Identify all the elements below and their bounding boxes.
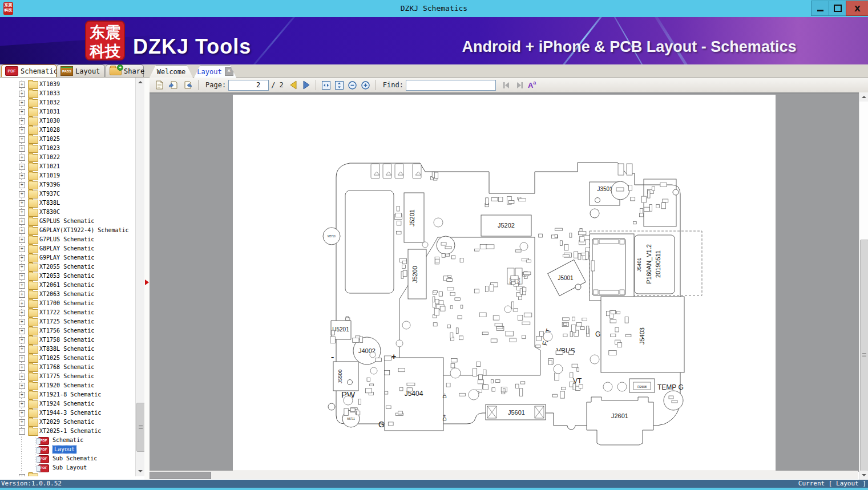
next-page-button[interactable] <box>300 79 312 91</box>
tree-expand-icon[interactable]: + <box>19 209 25 216</box>
tree-folder-label[interactable]: XT1033 <box>39 90 60 98</box>
tree-folder-label[interactable]: XT2055 Schematic <box>39 263 94 271</box>
tree-expand-icon[interactable]: + <box>19 182 25 188</box>
tree-folder-row[interactable]: +XT2053 Schematic <box>0 272 135 281</box>
tree-document-row[interactable]: PDFSub Layout <box>0 463 135 472</box>
tree-folder-row[interactable]: +G8PLAY Schematic <box>0 244 135 253</box>
tree-folder-label[interactable]: XT1920 Schematic <box>39 382 94 390</box>
tree-folder-label[interactable]: XT2053 Schematic <box>39 272 94 280</box>
tree-folder-label[interactable]: G9PLAY Schematic <box>39 254 94 262</box>
splitter-collapse-icon[interactable] <box>145 280 149 285</box>
tree-expand-icon[interactable]: + <box>19 164 25 170</box>
tree-expand-icon[interactable]: - <box>19 428 25 435</box>
tree-folder-label[interactable]: XT1944-3 Schematic <box>39 409 101 417</box>
tree-expand-icon[interactable]: + <box>19 200 25 206</box>
tree-expand-icon[interactable]: + <box>19 145 25 152</box>
tree-expand-icon[interactable]: + <box>19 191 25 197</box>
tree-folder-row[interactable]: +XT2029 Schematic <box>0 418 135 427</box>
tree-expand-icon[interactable]: + <box>19 255 25 261</box>
tree-folder-label[interactable]: XT1921-8 Schematic <box>39 391 101 399</box>
tree-expand-icon[interactable]: + <box>19 173 25 179</box>
tree-folder-row[interactable]: +XT838L <box>0 199 135 208</box>
tree-folder-row[interactable]: +XT1033 <box>0 89 135 98</box>
next-view-button[interactable] <box>181 79 194 91</box>
tree-expand-icon[interactable]: + <box>19 337 25 343</box>
tree-folder-row[interactable]: +XT1924 Schematic <box>0 399 135 408</box>
tree-folder-label[interactable]: XT2029 Schematic <box>39 418 94 426</box>
tree-folder-label[interactable]: XT937C <box>39 190 60 198</box>
tree-scroll-up-icon[interactable] <box>136 78 144 87</box>
tree-folder-label[interactable]: XT1768 Schematic <box>39 363 94 371</box>
fit-page-button[interactable] <box>333 79 345 91</box>
tree-folder-label[interactable]: XT838L <box>39 199 60 207</box>
tree-expand-icon[interactable]: + <box>19 346 25 353</box>
tree-folder-label[interactable]: G6PLAY(XT1922-4) Schematic <box>39 226 129 234</box>
tree-expand-icon[interactable]: + <box>19 310 25 316</box>
tree-expand-icon[interactable]: + <box>19 383 25 389</box>
tree-expand-icon[interactable]: + <box>19 82 25 88</box>
tree-folder-label[interactable]: G5PLUS Schematic <box>39 217 94 225</box>
doc-tab-layout[interactable]: Layout× <box>194 65 236 78</box>
tree-folder-row[interactable]: +XT1725 Schematic <box>0 317 135 326</box>
tree-folder-row[interactable]: +XT1019 <box>0 171 135 180</box>
viewer-hscrollbar[interactable] <box>150 471 858 479</box>
tree-folder-label[interactable]: XT1032 <box>39 99 60 107</box>
tree-folder-row[interactable]: +XT2055 Schematic <box>0 262 135 272</box>
tree-folder-row[interactable]: +XT1700 Schematic <box>0 299 135 308</box>
tree-folder-label[interactable]: XT830C <box>39 208 60 216</box>
tab-share[interactable]: Share <box>106 64 144 77</box>
tree-expand-icon[interactable]: + <box>19 328 25 334</box>
tree-folder-row[interactable]: +XT1768 Schematic <box>0 363 135 372</box>
match-case-icon[interactable]: Aa <box>527 79 537 91</box>
viewer-vscrollbar[interactable] <box>859 92 868 480</box>
tree-folder-row[interactable]: +XT1025 Schematic <box>0 354 135 363</box>
tree-folder-label[interactable]: XT1700 Schematic <box>39 299 94 307</box>
tree-folder-row[interactable]: +XT1023 <box>0 144 135 153</box>
close-button[interactable]: X <box>846 1 868 16</box>
tree-folder-label[interactable]: XT1725 Schematic <box>39 318 94 326</box>
tree-folder-label[interactable]: XT838L Schematic <box>39 345 94 353</box>
tree-folder-row[interactable]: +XT1944-3 Schematic <box>0 408 135 418</box>
tree-document-label[interactable]: Sub Schematic <box>53 455 97 463</box>
tree-expand-icon[interactable]: + <box>19 218 25 225</box>
tree-document-row[interactable]: PDFSchematic <box>0 436 135 445</box>
tree-folder-row[interactable]: +XT1031 <box>0 107 135 116</box>
tree-expand-icon[interactable]: + <box>19 291 25 298</box>
tree-folder-label[interactable]: XT1028 <box>39 126 60 134</box>
tree-folder-label[interactable]: G7PLUS Schematic <box>39 236 94 244</box>
tree-folder-label[interactable]: XT1025 Schematic <box>39 354 94 362</box>
splitter[interactable] <box>144 78 150 480</box>
tree-folder-label[interactable]: XT1022 <box>39 153 60 161</box>
tree-expand-icon[interactable]: + <box>19 374 25 380</box>
tree-folder-label[interactable]: XT1039 <box>39 80 60 88</box>
tree-folder-label[interactable]: XT1756 Schematic <box>39 327 94 335</box>
tree-folder-row[interactable]: +XT1758 Schematic <box>0 335 135 345</box>
copy-page-button[interactable] <box>154 79 165 91</box>
tree-folder-row[interactable]: +XT838L Schematic <box>0 345 135 354</box>
tree-expand-icon[interactable]: + <box>19 392 25 398</box>
tree-folder-label[interactable]: XT1023 <box>39 144 60 152</box>
tree-folder-row[interactable]: +XT1032 <box>0 98 135 107</box>
tree-folder-label[interactable]: XT1030 <box>39 117 60 125</box>
tree-folder-label[interactable]: XT939G <box>39 181 60 189</box>
tree-scroll-down-icon[interactable] <box>136 467 144 476</box>
tab-close-icon[interactable]: × <box>225 67 233 76</box>
tree-expand-icon[interactable]: + <box>19 155 25 161</box>
tree-expand-icon[interactable]: + <box>19 419 25 426</box>
zoom-out-button[interactable] <box>346 79 358 91</box>
tree-folder-row[interactable]: +G9PLAY Schematic <box>0 253 135 262</box>
find-previous-icon[interactable] <box>500 79 512 91</box>
document-page[interactable]: J5201 J5200 J5202 J3501 J5001 <box>233 95 776 472</box>
tree-folder-row[interactable]: +XT939G <box>0 180 135 189</box>
tree-expand-icon[interactable]: + <box>19 264 25 270</box>
tree-folder-row[interactable]: +XT1722 Schematic <box>0 308 135 317</box>
fit-width-button[interactable] <box>320 79 332 91</box>
tree-folder-label[interactable]: XT2061 Schematic <box>39 281 94 289</box>
page-number-input[interactable] <box>228 80 269 91</box>
minimize-button[interactable] <box>811 1 829 16</box>
tree-folder-row[interactable]: +XT2061 Schematic <box>0 281 135 290</box>
tree-expand-icon[interactable]: + <box>19 237 25 243</box>
tree-expand-icon[interactable]: + <box>19 474 25 476</box>
tree-expand-icon[interactable]: + <box>19 118 25 124</box>
tree-folder-row[interactable]: +XT1775 Schematic <box>0 372 135 381</box>
